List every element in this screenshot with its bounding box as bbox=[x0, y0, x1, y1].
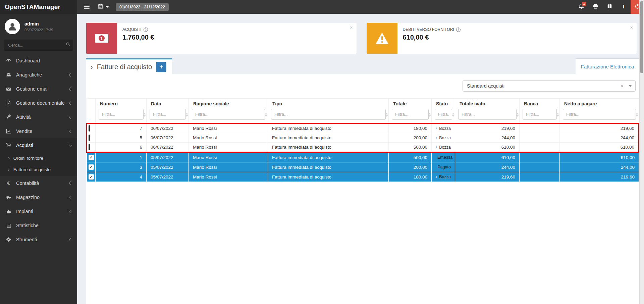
table-row[interactable]: 5 06/07/2022 Mario Rossi Fattura immedia… bbox=[87, 133, 639, 143]
date-range-pill[interactable]: 01/01/2022 - 31/12/2022 bbox=[116, 3, 169, 11]
cell-totale: 200,00 bbox=[389, 162, 432, 172]
chevron-down-icon bbox=[106, 6, 109, 8]
tab-fatture-di-acquisto[interactable]: › Fatture di acquisto + bbox=[86, 58, 172, 74]
sort-carets[interactable] bbox=[385, 113, 388, 117]
sort-carets[interactable] bbox=[428, 113, 431, 117]
infobox-debiti-fornitori: DEBITI VERSO FORNITORI ? 610,00 € × bbox=[367, 23, 637, 54]
column-label: Banca bbox=[524, 101, 557, 106]
sidebar-item-magazzino[interactable]: Magazzino bbox=[0, 190, 77, 204]
cell-totale-ivato: 219,60 bbox=[455, 172, 520, 182]
column-label: Data bbox=[151, 101, 186, 106]
sidebar-search bbox=[4, 40, 73, 51]
cell-totale-ivato: 219,60 bbox=[455, 123, 520, 133]
table-row[interactable]: 7 06/07/2022 Mario Rossi Fattura immedia… bbox=[87, 123, 639, 133]
cell-tipo: Fattura immediata di acquisto bbox=[268, 133, 389, 143]
close-icon[interactable]: × bbox=[350, 24, 353, 30]
view-select[interactable]: Standard acquisti × bbox=[463, 80, 636, 92]
sort-carets[interactable] bbox=[556, 113, 559, 117]
sidebar-item-gestione-email[interactable]: Gestione email bbox=[0, 82, 77, 96]
add-invoice-button[interactable]: + bbox=[156, 62, 166, 72]
filter-input-netto-a-pagare[interactable] bbox=[563, 109, 636, 120]
cell-totale: 180,00 bbox=[389, 123, 432, 133]
filter-input-totale[interactable] bbox=[392, 109, 429, 120]
close-icon[interactable]: × bbox=[630, 24, 633, 30]
sidebar-item-gestione-documentale[interactable]: Gestione documentale bbox=[0, 96, 77, 110]
row-checkbox[interactable] bbox=[89, 125, 90, 132]
sidebar-item-strumenti[interactable]: Strumenti bbox=[0, 233, 77, 247]
notifications-button[interactable]: 1 bbox=[574, 0, 588, 14]
docs-button[interactable] bbox=[602, 0, 616, 14]
sidebar-item-dashboard[interactable]: Dashboard bbox=[0, 53, 77, 68]
filter-input-numero[interactable] bbox=[99, 109, 144, 120]
search-icon[interactable] bbox=[66, 42, 70, 48]
filter-input-banca[interactable] bbox=[523, 109, 557, 120]
fatturazione-elettronica-link[interactable]: Fatturazione Elettronica bbox=[581, 64, 634, 69]
table-row[interactable]: 1 05/07/2022 Mario Rossi Fattura immedia… bbox=[87, 152, 639, 162]
cell-netto-a-pagare: 610,00 bbox=[560, 152, 639, 162]
filter-input-data[interactable] bbox=[150, 109, 186, 120]
hamburger-icon[interactable] bbox=[83, 3, 91, 11]
chevron-down-icon[interactable] bbox=[629, 85, 632, 87]
notification-badge: 1 bbox=[582, 2, 586, 6]
sidebar-item-label: Strumenti bbox=[16, 237, 37, 242]
vertical-scrollbar[interactable] bbox=[639, 0, 644, 304]
file-icon bbox=[436, 175, 437, 179]
puzzle-icon bbox=[5, 209, 12, 214]
infobox-row: 1 ACQUISTI ? 1.760,00 € × DEBITI V bbox=[77, 14, 639, 54]
cell-stato: Pagato bbox=[432, 162, 455, 172]
help-icon[interactable]: ? bbox=[144, 28, 148, 32]
file-icon bbox=[436, 136, 437, 140]
sidebar: admin 05/07/2022 17:39 Dashboard Anagraf… bbox=[0, 14, 77, 304]
cell-tipo: Fattura immediata di acquisto bbox=[268, 123, 389, 133]
table-row[interactable]: 3 05/07/2022 Mario Rossi Fattura immedia… bbox=[87, 162, 639, 172]
sidebar-item-impianti[interactable]: Impianti bbox=[0, 204, 77, 218]
cell-tipo: Fattura immediata di acquisto bbox=[268, 172, 389, 182]
sort-carets[interactable] bbox=[516, 113, 519, 117]
sort-carets[interactable] bbox=[265, 113, 267, 117]
cell-ragione-sociale: Mario Rossi bbox=[189, 143, 268, 152]
user-name: admin bbox=[24, 21, 53, 27]
sidebar-item-statistiche[interactable]: Statistiche bbox=[0, 218, 77, 233]
table-row[interactable]: 4 05/07/2022 Mario Rossi Fattura immedia… bbox=[87, 172, 639, 182]
row-checkbox-checked[interactable] bbox=[89, 174, 94, 180]
search-input[interactable] bbox=[4, 40, 73, 51]
gauge-icon bbox=[5, 58, 12, 63]
clear-icon[interactable]: × bbox=[621, 83, 623, 89]
row-checkbox-checked[interactable] bbox=[89, 164, 94, 170]
highlighted-rows-group: 7 06/07/2022 Mario Rossi Fattura immedia… bbox=[87, 123, 639, 152]
help-icon[interactable]: ? bbox=[456, 28, 461, 32]
calendar-picker-button[interactable] bbox=[98, 3, 109, 10]
filter-input-totale-ivato[interactable] bbox=[458, 109, 517, 120]
user-panel: admin 05/07/2022 17:39 bbox=[0, 14, 77, 38]
about-button[interactable]: i bbox=[616, 0, 631, 14]
filter-input-ragione-sociale[interactable] bbox=[192, 109, 265, 120]
sort-carets[interactable] bbox=[185, 113, 188, 117]
sidebar-item-attivita[interactable]: Attività bbox=[0, 110, 77, 124]
print-button[interactable] bbox=[588, 0, 602, 14]
filter-input-tipo[interactable] bbox=[271, 109, 386, 120]
money-bill-icon: 1 bbox=[86, 23, 117, 54]
chevron-left-icon bbox=[69, 73, 72, 77]
sort-carets[interactable] bbox=[452, 113, 454, 117]
printer-icon bbox=[593, 3, 598, 10]
cell-tipo: Fattura immediata di acquisto bbox=[268, 162, 389, 172]
row-checkbox[interactable] bbox=[89, 135, 90, 141]
sort-carets[interactable] bbox=[636, 113, 638, 117]
row-checkbox[interactable] bbox=[89, 144, 90, 150]
topbar-actions: 1 i bbox=[574, 0, 644, 14]
sidebar-item-acquisti[interactable]: Acquisti bbox=[0, 138, 77, 152]
chevron-left-icon bbox=[69, 210, 72, 213]
sort-carets[interactable] bbox=[143, 113, 146, 117]
table-row[interactable]: 6 06/07/2022 Mario Rossi Fattura immedia… bbox=[87, 143, 639, 152]
sidebar-item-anagrafiche[interactable]: Anagrafiche bbox=[0, 68, 77, 82]
sidebar-item-vendite[interactable]: Vendite bbox=[0, 124, 77, 138]
scrollbar-thumb[interactable] bbox=[640, 1, 643, 73]
sidebar-item-contabilita[interactable]: € Contabilità bbox=[0, 176, 77, 190]
row-checkbox-checked[interactable] bbox=[89, 155, 94, 160]
infobox-label: DEBITI VERSO FORNITORI bbox=[403, 27, 454, 32]
sidebar-subitem-fatture-di-acquisto[interactable]: › Fatture di acquisto bbox=[0, 164, 77, 175]
sidebar-subitem-ordini-fornitore[interactable]: › Ordini fornitore bbox=[0, 152, 77, 164]
app-logo[interactable]: OpenSTAManager bbox=[0, 0, 77, 14]
filter-input-stato[interactable] bbox=[435, 109, 452, 120]
book-icon bbox=[607, 3, 612, 10]
